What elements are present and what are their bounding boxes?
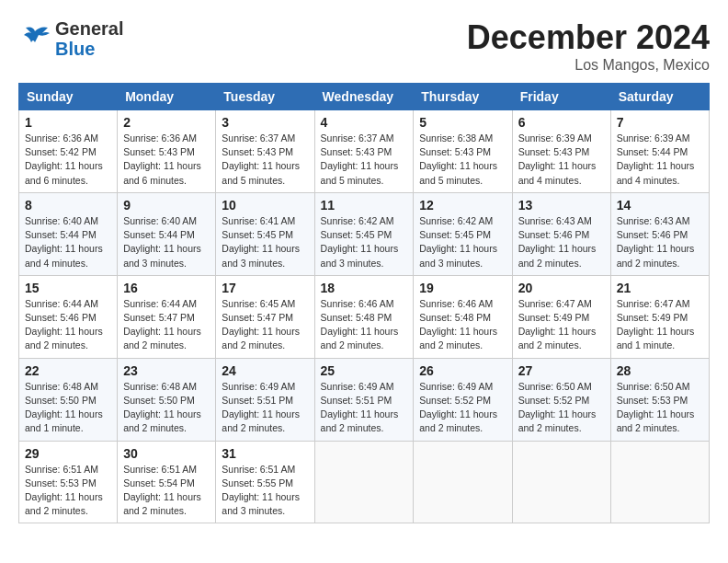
day-number: 8 — [25, 198, 111, 213]
day-number: 12 — [419, 198, 506, 213]
location: Los Mangos, Mexico — [467, 57, 710, 74]
calendar-cell — [314, 441, 414, 523]
calendar-cell: 25Sunrise: 6:49 AM Sunset: 5:51 PM Dayli… — [314, 358, 414, 441]
day-number: 22 — [25, 363, 111, 378]
day-number: 21 — [617, 281, 703, 295]
calendar-cell: 26Sunrise: 6:49 AM Sunset: 5:52 PM Dayli… — [414, 358, 512, 441]
calendar-cell: 21Sunrise: 6:47 AM Sunset: 5:49 PM Dayli… — [610, 275, 709, 358]
calendar-cell: 9Sunrise: 6:40 AM Sunset: 5:44 PM Daylig… — [118, 192, 216, 275]
logo: General Blue — [18, 18, 123, 59]
day-number: 31 — [222, 446, 308, 461]
day-number: 13 — [518, 198, 605, 213]
calendar-cell: 6Sunrise: 6:39 AM Sunset: 5:43 PM Daylig… — [512, 110, 610, 193]
calendar-cell: 17Sunrise: 6:45 AM Sunset: 5:47 PM Dayli… — [216, 275, 314, 358]
calendar-week-4: 22Sunrise: 6:48 AM Sunset: 5:50 PM Dayli… — [19, 358, 710, 441]
weekday-header-sunday: Sunday — [19, 84, 118, 110]
title-block: December 2024 Los Mangos, Mexico — [467, 18, 710, 74]
day-number: 16 — [123, 281, 210, 295]
day-info: Sunrise: 6:47 AM Sunset: 5:49 PM Dayligh… — [518, 297, 605, 353]
day-info: Sunrise: 6:48 AM Sunset: 5:50 PM Dayligh… — [25, 380, 111, 436]
calendar-cell: 23Sunrise: 6:48 AM Sunset: 5:50 PM Dayli… — [118, 358, 216, 441]
calendar-body: 1Sunrise: 6:36 AM Sunset: 5:42 PM Daylig… — [19, 110, 710, 523]
day-number: 14 — [617, 198, 703, 213]
day-number: 11 — [321, 198, 408, 213]
day-info: Sunrise: 6:48 AM Sunset: 5:50 PM Dayligh… — [123, 380, 210, 436]
calendar-cell: 2Sunrise: 6:36 AM Sunset: 5:43 PM Daylig… — [118, 110, 216, 193]
day-number: 17 — [222, 281, 308, 295]
calendar-cell: 13Sunrise: 6:43 AM Sunset: 5:46 PM Dayli… — [512, 192, 610, 275]
month-title: December 2024 — [467, 18, 710, 57]
day-info: Sunrise: 6:44 AM Sunset: 5:47 PM Dayligh… — [123, 297, 210, 353]
calendar-cell: 31Sunrise: 6:51 AM Sunset: 5:55 PM Dayli… — [216, 441, 314, 523]
calendar-cell: 19Sunrise: 6:46 AM Sunset: 5:48 PM Dayli… — [414, 275, 512, 358]
day-info: Sunrise: 6:51 AM Sunset: 5:53 PM Dayligh… — [25, 463, 111, 519]
day-number: 1 — [25, 115, 111, 130]
day-info: Sunrise: 6:43 AM Sunset: 5:46 PM Dayligh… — [518, 214, 605, 270]
day-number: 9 — [123, 198, 210, 213]
weekday-header-thursday: Thursday — [414, 84, 512, 110]
calendar-cell: 14Sunrise: 6:43 AM Sunset: 5:46 PM Dayli… — [610, 192, 709, 275]
day-info: Sunrise: 6:38 AM Sunset: 5:43 PM Dayligh… — [419, 132, 506, 188]
day-info: Sunrise: 6:49 AM Sunset: 5:52 PM Dayligh… — [419, 380, 506, 436]
calendar-cell: 4Sunrise: 6:37 AM Sunset: 5:43 PM Daylig… — [314, 110, 414, 193]
day-info: Sunrise: 6:40 AM Sunset: 5:44 PM Dayligh… — [25, 214, 111, 270]
day-info: Sunrise: 6:50 AM Sunset: 5:53 PM Dayligh… — [617, 380, 703, 436]
day-info: Sunrise: 6:46 AM Sunset: 5:48 PM Dayligh… — [321, 297, 408, 353]
weekday-header-saturday: Saturday — [610, 84, 709, 110]
day-number: 3 — [222, 115, 308, 130]
day-info: Sunrise: 6:45 AM Sunset: 5:47 PM Dayligh… — [222, 297, 308, 353]
calendar-cell: 15Sunrise: 6:44 AM Sunset: 5:46 PM Dayli… — [19, 275, 118, 358]
calendar-cell: 28Sunrise: 6:50 AM Sunset: 5:53 PM Dayli… — [610, 358, 709, 441]
day-number: 7 — [617, 115, 703, 130]
day-info: Sunrise: 6:37 AM Sunset: 5:43 PM Dayligh… — [321, 132, 408, 188]
calendar-cell: 10Sunrise: 6:41 AM Sunset: 5:45 PM Dayli… — [216, 192, 314, 275]
calendar-week-5: 29Sunrise: 6:51 AM Sunset: 5:53 PM Dayli… — [19, 441, 710, 523]
day-info: Sunrise: 6:42 AM Sunset: 5:45 PM Dayligh… — [321, 214, 408, 270]
day-number: 24 — [222, 363, 308, 378]
day-number: 4 — [321, 115, 408, 130]
day-number: 25 — [321, 363, 408, 378]
weekday-header-monday: Monday — [118, 84, 216, 110]
calendar-cell: 22Sunrise: 6:48 AM Sunset: 5:50 PM Dayli… — [19, 358, 118, 441]
calendar-cell: 27Sunrise: 6:50 AM Sunset: 5:52 PM Dayli… — [512, 358, 610, 441]
weekday-header-friday: Friday — [512, 84, 610, 110]
calendar-week-3: 15Sunrise: 6:44 AM Sunset: 5:46 PM Dayli… — [19, 275, 710, 358]
day-number: 19 — [419, 281, 506, 295]
day-number: 29 — [25, 446, 111, 461]
day-number: 15 — [25, 281, 111, 295]
calendar-cell: 29Sunrise: 6:51 AM Sunset: 5:53 PM Dayli… — [19, 441, 118, 523]
calendar-cell: 16Sunrise: 6:44 AM Sunset: 5:47 PM Dayli… — [118, 275, 216, 358]
day-info: Sunrise: 6:39 AM Sunset: 5:44 PM Dayligh… — [617, 132, 703, 188]
calendar-cell — [414, 441, 512, 523]
calendar-cell: 11Sunrise: 6:42 AM Sunset: 5:45 PM Dayli… — [314, 192, 414, 275]
calendar-cell: 12Sunrise: 6:42 AM Sunset: 5:45 PM Dayli… — [414, 192, 512, 275]
day-number: 30 — [123, 446, 210, 461]
calendar-cell — [610, 441, 709, 523]
day-number: 28 — [617, 363, 703, 378]
day-number: 20 — [518, 281, 605, 295]
day-number: 2 — [123, 115, 210, 130]
weekday-header-tuesday: Tuesday — [216, 84, 314, 110]
calendar-cell: 30Sunrise: 6:51 AM Sunset: 5:54 PM Dayli… — [118, 441, 216, 523]
logo-general: General — [55, 18, 123, 39]
calendar-cell: 7Sunrise: 6:39 AM Sunset: 5:44 PM Daylig… — [610, 110, 709, 193]
day-number: 6 — [518, 115, 605, 130]
day-number: 23 — [123, 363, 210, 378]
calendar-header: SundayMondayTuesdayWednesdayThursdayFrid… — [19, 84, 710, 110]
weekday-header-wednesday: Wednesday — [314, 84, 414, 110]
day-info: Sunrise: 6:42 AM Sunset: 5:45 PM Dayligh… — [419, 214, 506, 270]
day-info: Sunrise: 6:46 AM Sunset: 5:48 PM Dayligh… — [419, 297, 506, 353]
day-info: Sunrise: 6:47 AM Sunset: 5:49 PM Dayligh… — [617, 297, 703, 353]
calendar-cell: 24Sunrise: 6:49 AM Sunset: 5:51 PM Dayli… — [216, 358, 314, 441]
day-info: Sunrise: 6:37 AM Sunset: 5:43 PM Dayligh… — [222, 132, 308, 188]
day-number: 26 — [419, 363, 506, 378]
day-info: Sunrise: 6:50 AM Sunset: 5:52 PM Dayligh… — [518, 380, 605, 436]
day-number: 18 — [321, 281, 408, 295]
day-info: Sunrise: 6:49 AM Sunset: 5:51 PM Dayligh… — [321, 380, 408, 436]
calendar-cell: 18Sunrise: 6:46 AM Sunset: 5:48 PM Dayli… — [314, 275, 414, 358]
day-info: Sunrise: 6:40 AM Sunset: 5:44 PM Dayligh… — [123, 214, 210, 270]
day-info: Sunrise: 6:44 AM Sunset: 5:46 PM Dayligh… — [25, 297, 111, 353]
calendar-cell — [512, 441, 610, 523]
calendar-table: SundayMondayTuesdayWednesdayThursdayFrid… — [18, 83, 710, 523]
calendar-week-2: 8Sunrise: 6:40 AM Sunset: 5:44 PM Daylig… — [19, 192, 710, 275]
